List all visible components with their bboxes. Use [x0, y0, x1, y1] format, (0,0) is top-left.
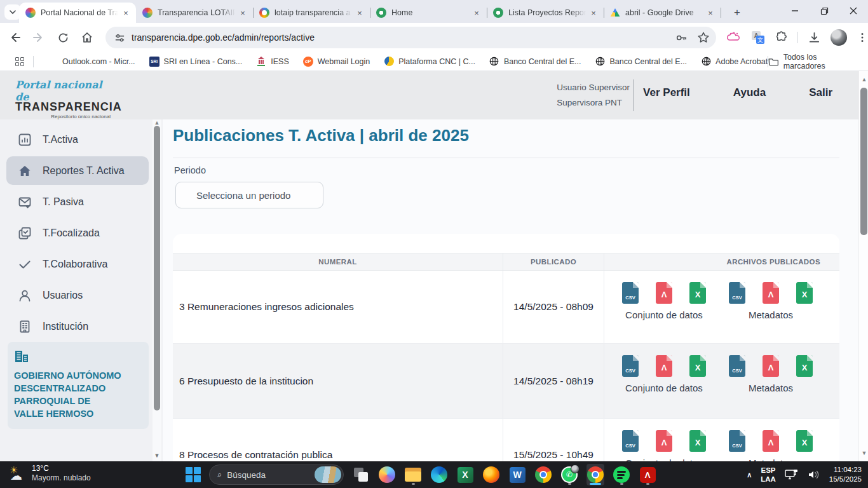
tab-lista-proyectos[interactable]: Lista Proyectos Repor × [487, 3, 604, 23]
tab-close-icon[interactable]: × [121, 8, 131, 18]
scroll-down-icon[interactable]: ▼ [153, 452, 161, 459]
page-scrollbar-thumb[interactable] [860, 88, 867, 235]
pdf-file-icon[interactable]: Λ [763, 355, 779, 377]
whatsapp-button[interactable]: ✆ [560, 464, 578, 485]
ver-perfil-link[interactable]: Ver Perfil [643, 86, 690, 99]
bookmark-outlook[interactable]: Outlook.com - Micr... [48, 57, 135, 67]
tab-close-icon[interactable]: × [471, 8, 482, 18]
cnc-icon [384, 57, 394, 66]
bookmark-iess[interactable]: IESS [256, 57, 289, 67]
minimize-button[interactable] [780, 0, 810, 22]
language-indicator[interactable]: ESP LAA [761, 466, 776, 484]
period-select[interactable]: Selecciona un periodo [175, 182, 323, 208]
bookmark-banco-central-2[interactable]: Banco Central del E... [595, 57, 687, 67]
password-key-icon[interactable] [675, 31, 688, 44]
pdf-file-icon[interactable]: Λ [763, 282, 779, 304]
tab-transparencia-lotaip[interactable]: Transparencia LOTAIP × [136, 3, 253, 23]
pdf-file-icon[interactable]: Λ [656, 282, 672, 304]
network-icon[interactable] [785, 469, 799, 480]
bookmark-star-icon[interactable] [697, 31, 710, 44]
new-tab-button[interactable]: + [729, 5, 745, 20]
csv-file-icon[interactable]: CSV [622, 430, 639, 452]
sidebar-scrollbar[interactable]: ▲ ▼ [153, 119, 161, 461]
acrobat-button[interactable]: Λ [639, 464, 656, 485]
salir-link[interactable]: Salir [809, 86, 832, 99]
sidebar-item-t-colaborativa[interactable]: T.Colaborativa [0, 248, 163, 280]
tab-close-icon[interactable]: × [238, 8, 248, 18]
tab-google-drive[interactable]: abril - Google Drive × [604, 3, 721, 23]
word-button[interactable]: W [508, 464, 526, 485]
csv-file-icon[interactable]: CSV [622, 355, 639, 377]
sidebar-item-usuarios[interactable]: Usuarios [0, 280, 163, 311]
start-button[interactable] [186, 467, 201, 482]
weather-extension-icon[interactable] [726, 31, 742, 44]
xls-file-icon[interactable]: X [796, 355, 813, 377]
search-highlight-image[interactable] [315, 466, 341, 483]
csv-file-icon[interactable]: CSV [729, 355, 745, 377]
tab-close-icon[interactable]: × [588, 8, 599, 18]
spotify-button[interactable] [613, 464, 630, 485]
address-bar[interactable]: transparencia.dpe.gob.ec/admin/reports/a… [105, 27, 716, 48]
home-button[interactable] [78, 28, 97, 47]
ayuda-link[interactable]: Ayuda [733, 86, 766, 99]
bookmark-adobe[interactable]: Adobe Acrobat [701, 57, 768, 67]
sidebar-item-reportes-t-activa[interactable]: Reportes T. Activa [0, 155, 163, 186]
xls-file-icon[interactable]: X [796, 282, 813, 304]
menu-kebab-icon[interactable] [857, 32, 868, 43]
institution-card[interactable]: GOBIERNO AUTÓNOMO DESCENTRALIZADO PARROQ… [8, 342, 149, 429]
sidebar-item-t-activa[interactable]: T.Activa [0, 124, 163, 155]
scroll-down-icon[interactable]: ▼ [860, 450, 868, 456]
tab-home[interactable]: Home × [370, 3, 487, 23]
pdf-file-icon[interactable]: Λ [656, 430, 672, 452]
apps-grid-icon[interactable] [15, 57, 24, 66]
bookmark-cnc[interactable]: Plataforma CNC | C... [384, 57, 475, 67]
edge-button[interactable] [430, 464, 448, 485]
profile-avatar[interactable] [831, 29, 847, 46]
clock[interactable]: 11:04:23 15/5/2025 [829, 465, 862, 484]
extensions-puzzle-icon[interactable] [775, 31, 788, 44]
all-bookmarks-button[interactable]: Todos los marcadores [768, 53, 859, 71]
xls-file-icon[interactable]: X [796, 430, 813, 452]
reload-button[interactable] [53, 28, 72, 47]
back-button[interactable] [5, 28, 24, 47]
bookmark-banco-central-1[interactable]: Banco Central del E... [489, 57, 581, 67]
pdf-file-icon[interactable]: Λ [763, 430, 779, 452]
url-text[interactable]: transparencia.dpe.gob.ec/admin/reports/a… [132, 32, 675, 43]
tab-close-icon[interactable]: × [355, 8, 365, 18]
file-explorer-button[interactable] [404, 464, 422, 485]
close-window-button[interactable] [839, 0, 868, 22]
tray-chevron-icon[interactable]: ∧ [747, 471, 752, 479]
tab-lotaip-search[interactable]: lotaip transparencia a × [253, 3, 370, 23]
volume-icon[interactable] [808, 470, 820, 480]
chrome-button[interactable] [534, 464, 552, 485]
xls-file-icon[interactable]: X [689, 355, 706, 377]
firefox-button[interactable] [482, 464, 500, 485]
scroll-up-icon[interactable]: ▲ [860, 76, 868, 83]
translate-extension-icon[interactable]: A文 [751, 30, 765, 44]
xls-file-icon[interactable]: X [689, 282, 706, 304]
taskbar-search[interactable]: ⌕ Búsqueda [209, 464, 344, 485]
task-view-button[interactable] [352, 464, 370, 485]
excel-button[interactable]: X [456, 464, 474, 485]
taskbar-weather-widget[interactable]: ☀☁ 13°C Mayorm. nublado [9, 464, 91, 483]
sidebar-item-t-pasiva[interactable]: T. Pasiva [0, 186, 163, 217]
forward-button[interactable] [29, 28, 48, 47]
maximize-button[interactable] [810, 0, 839, 22]
sidebar-item-institucion[interactable]: Institución [0, 311, 163, 342]
page-scrollbar[interactable]: ▲ ▼ [858, 71, 868, 461]
sidebar-scrollbar-thumb[interactable] [154, 126, 160, 410]
sidebar-item-t-focalizada[interactable]: T.Focalizada [0, 217, 163, 248]
scroll-up-icon[interactable]: ▲ [153, 119, 161, 126]
downloads-icon[interactable] [808, 31, 821, 44]
xls-file-icon[interactable]: X [689, 430, 706, 452]
tab-close-icon[interactable]: × [705, 8, 715, 18]
csv-file-icon[interactable]: CSV [729, 430, 745, 452]
bookmark-webmail[interactable]: cP Webmail Login [303, 57, 370, 67]
bookmark-sri[interactable]: SRI SRI en Línea - Cons... [149, 57, 243, 67]
csv-file-icon[interactable]: CSV [622, 282, 639, 304]
tab-portal-nacional[interactable]: Portal Nacional de Tra × [19, 3, 136, 23]
chrome-active-button[interactable] [587, 464, 604, 485]
copilot-button[interactable] [378, 464, 396, 485]
pdf-file-icon[interactable]: Λ [656, 355, 672, 377]
csv-file-icon[interactable]: CSV [729, 282, 745, 304]
